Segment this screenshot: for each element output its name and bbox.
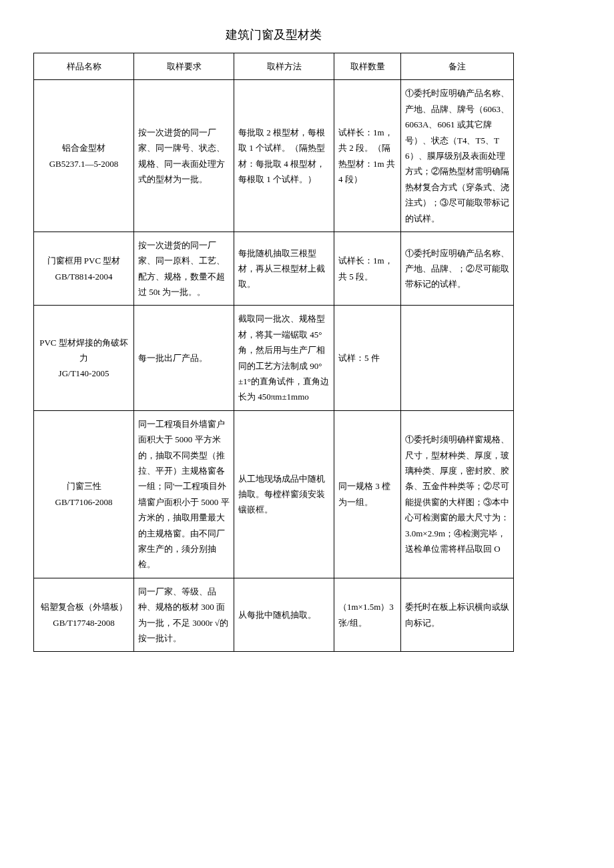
table-row: 门窗三性GB/T7106-2008 同一工程项目外墙窗户面积大于 5000 平方… [34, 410, 514, 578]
table-row: 铝合金型材GB5237.1—5-2008 按一次进货的同一厂家、同一牌号、状态、… [34, 80, 514, 232]
cell-method: 从每批中随机抽取。 [234, 578, 334, 652]
header-qty: 取样数量 [334, 53, 401, 80]
cell-method: 从工地现场成品中随机抽取。每樘样窗须安装镶嵌框。 [234, 410, 334, 578]
cell-qty: 同一规格 3 樘为一组。 [334, 410, 401, 578]
table-header-row: 样品名称 取样要求 取样方法 取样数量 备注 [34, 53, 514, 80]
cell-method: 截取同一批次、规格型材，将其一端锯取 45°角，然后用与生产厂相同的工艺方法制成… [234, 306, 334, 410]
header-method: 取样方法 [234, 53, 334, 80]
cell-note: ①委托时应明确产品名称、产地、品牌、牌号（6063、6063A、6061 或其它… [401, 80, 514, 232]
cell-note: 委托时在板上标识横向或纵向标记。 [401, 578, 514, 652]
cell-req: 按一次进货的同一厂家、同一原料、工艺、配方、规格，数量不超过 50t 为一批。。 [134, 232, 234, 306]
cell-method: 每批随机抽取三根型材，再从三根型材上截取。 [234, 232, 334, 306]
main-table: 样品名称 取样要求 取样方法 取样数量 备注 铝合金型材GB5237.1—5-2… [33, 53, 514, 652]
cell-qty: 试样长：1m，共 2 段。（隔热型材：1m 共 4 段） [334, 80, 401, 232]
cell-name: 门窗框用 PVC 型材GB/T8814-2004 [34, 232, 134, 306]
cell-name: 铝合金型材GB5237.1—5-2008 [34, 80, 134, 232]
cell-qty: 试样长：1m，共 5 段。 [334, 232, 401, 306]
cell-qty: （1m×1.5m）3 张/组。 [334, 578, 401, 652]
cell-note: ①委托时应明确产品名称、产地、品牌、；②尽可能取带标记的试样。 [401, 232, 514, 306]
header-name: 样品名称 [34, 53, 134, 80]
table-row: PVC 型材焊接的角破坏力JG/T140-2005 每一批出厂产品。 截取同一批… [34, 306, 514, 410]
cell-req: 同一厂家、等级、品种、规格的板材 300 面为一批，不足 3000r √的按一批… [134, 578, 234, 652]
cell-name: 铝塑复合板（外墙板）GB/T17748-2008 [34, 578, 134, 652]
cell-req: 按一次进货的同一厂家、同一牌号、状态、规格、同一表面处理方式的型材为一批。 [134, 80, 234, 232]
cell-req: 同一工程项目外墙窗户面积大于 5000 平方米的，抽取不同类型（推拉、平开）主规… [134, 410, 234, 578]
cell-req: 每一批出厂产品。 [134, 306, 234, 410]
cell-note: ①委托时须明确样窗规格、尺寸，型材种类、厚度，玻璃种类、厚度，密封胶、胶条、五金… [401, 410, 514, 578]
cell-name: 门窗三性GB/T7106-2008 [34, 410, 134, 578]
page-title: 建筑门窗及型材类 [33, 27, 514, 43]
cell-name: PVC 型材焊接的角破坏力JG/T140-2005 [34, 306, 134, 410]
table-row: 门窗框用 PVC 型材GB/T8814-2004 按一次进货的同一厂家、同一原料… [34, 232, 514, 306]
cell-note [401, 306, 514, 410]
header-note: 备注 [401, 53, 514, 80]
table-row: 铝塑复合板（外墙板）GB/T17748-2008 同一厂家、等级、品种、规格的板… [34, 578, 514, 652]
cell-method: 每批取 2 根型材，每根取 1 个试样。（隔热型材：每批取 4 根型材，每根取 … [234, 80, 334, 232]
cell-qty: 试样：5 件 [334, 306, 401, 410]
header-req: 取样要求 [134, 53, 234, 80]
